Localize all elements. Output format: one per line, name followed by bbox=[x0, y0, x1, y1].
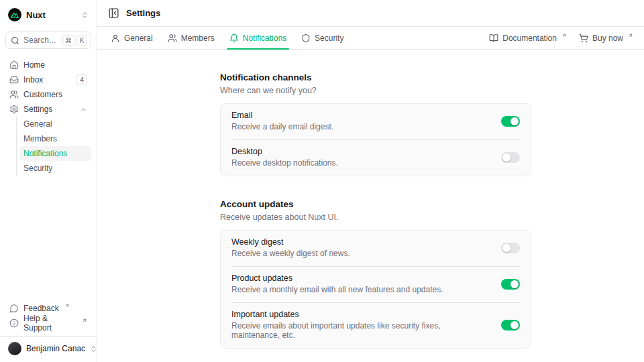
tab-label: Notifications bbox=[243, 34, 286, 43]
setting-description: Receive a weekly digest of news. bbox=[231, 249, 350, 258]
tabbar-actions: Documentation Buy now bbox=[489, 27, 633, 49]
tab-general[interactable]: General bbox=[108, 27, 156, 49]
product-updates-toggle[interactable] bbox=[501, 279, 520, 290]
shopping-cart-icon bbox=[579, 34, 588, 43]
section-title: Account updates bbox=[220, 199, 531, 209]
chevron-up-down-icon bbox=[81, 11, 89, 19]
sidebar-footer: Feedback Help & Support Benjamin Canac bbox=[5, 301, 91, 357]
setting-row-email: Email Receive a daily email digest. bbox=[231, 104, 520, 139]
settings-content: Notification channels Where can we notif… bbox=[97, 50, 644, 362]
setting-row-product-updates: Product updates Receive a monthly email … bbox=[231, 266, 520, 302]
sidebar-item-notifications[interactable]: Notifications bbox=[19, 146, 91, 161]
sidebar-item-label: Settings bbox=[23, 105, 52, 114]
section-description: Where can we notify you? bbox=[220, 86, 531, 95]
inbox-icon bbox=[9, 75, 19, 84]
sidebar-divider bbox=[0, 336, 97, 337]
app-window: Nuxt Search... ⌘ K Home bbox=[0, 0, 644, 362]
toggle-knob bbox=[511, 280, 519, 288]
user-name: Benjamin Canac bbox=[26, 344, 85, 353]
tab-label: Security bbox=[315, 34, 343, 43]
footer-item-label: Feedback bbox=[23, 304, 59, 313]
sidebar-item-home[interactable]: Home bbox=[5, 58, 91, 72]
weekly-digest-toggle[interactable] bbox=[501, 243, 520, 253]
page-title: Settings bbox=[126, 8, 160, 18]
bell-icon bbox=[229, 34, 239, 43]
sidebar-item-general[interactable]: General bbox=[19, 117, 91, 131]
desktop-toggle[interactable] bbox=[501, 152, 520, 163]
inbox-count-badge: 4 bbox=[76, 74, 87, 85]
search-icon bbox=[11, 36, 19, 45]
book-open-icon bbox=[489, 34, 498, 43]
notification-channels-section: Notification channels Where can we notif… bbox=[220, 72, 531, 176]
setting-title: Product updates bbox=[231, 274, 443, 283]
sidebar-item-settings[interactable]: Settings bbox=[5, 102, 91, 117]
action-label: Buy now bbox=[592, 34, 623, 43]
home-icon bbox=[9, 60, 19, 70]
page-header: Settings bbox=[97, 0, 644, 27]
info-circle-icon bbox=[9, 318, 19, 328]
account-updates-section: Account updates Receive updates about Nu… bbox=[220, 199, 531, 349]
search-shortcut: ⌘ K bbox=[62, 35, 87, 46]
email-toggle[interactable] bbox=[501, 116, 520, 127]
message-circle-icon bbox=[9, 304, 19, 313]
sidebar-item-customers[interactable]: Customers bbox=[5, 87, 91, 102]
settings-tabbar: General Members Notifications Security bbox=[97, 27, 644, 50]
workspace-switcher[interactable]: Nuxt bbox=[5, 7, 91, 23]
setting-description: Receive desktop notifications. bbox=[231, 158, 338, 168]
panel-left-close-icon[interactable] bbox=[108, 7, 119, 19]
setting-row-desktop: Desktop Receive desktop notifications. bbox=[231, 139, 520, 176]
sidebar-item-label: Home bbox=[23, 60, 45, 70]
kbd-cmd: ⌘ bbox=[62, 35, 74, 46]
toggle-knob bbox=[502, 154, 511, 162]
setting-row-important-updates: Important updates Receive emails about i… bbox=[231, 302, 520, 348]
settings-card: Email Receive a daily email digest. Desk… bbox=[220, 103, 531, 176]
search-placeholder: Search... bbox=[23, 36, 56, 45]
setting-description: Receive a monthly email with all new fea… bbox=[231, 285, 443, 294]
important-updates-toggle[interactable] bbox=[501, 320, 520, 330]
sidebar: Nuxt Search... ⌘ K Home bbox=[0, 0, 97, 362]
user-icon bbox=[111, 34, 120, 43]
sidebar-item-members[interactable]: Members bbox=[19, 131, 91, 146]
footer-item-label: Help & Support bbox=[23, 314, 76, 333]
setting-title: Weekly digest bbox=[231, 237, 350, 247]
chevron-up-down-icon bbox=[90, 345, 97, 353]
help-support-link[interactable]: Help & Support bbox=[5, 316, 91, 330]
toggle-knob bbox=[511, 117, 519, 125]
setting-title: Important updates bbox=[231, 310, 490, 319]
tab-label: General bbox=[124, 34, 153, 43]
user-menu[interactable]: Benjamin Canac bbox=[5, 341, 91, 357]
users-icon bbox=[9, 90, 19, 99]
setting-title: Email bbox=[231, 111, 333, 120]
setting-description: Receive emails about important updates l… bbox=[231, 321, 490, 340]
user-avatar bbox=[8, 342, 21, 355]
documentation-link[interactable]: Documentation bbox=[489, 34, 567, 43]
external-link-icon bbox=[82, 318, 87, 323]
sidebar-item-inbox[interactable]: Inbox 4 bbox=[5, 72, 91, 87]
sidebar-item-label: Customers bbox=[23, 90, 62, 99]
search-input[interactable]: Search... ⌘ K bbox=[5, 32, 91, 49]
shield-icon bbox=[301, 34, 311, 43]
kbd-k: K bbox=[76, 35, 87, 46]
gear-icon bbox=[9, 105, 19, 114]
action-label: Documentation bbox=[502, 34, 557, 43]
workspace-name: Nuxt bbox=[26, 10, 46, 20]
section-description: Receive updates about Nuxt UI. bbox=[220, 213, 531, 222]
tab-security[interactable]: Security bbox=[299, 27, 346, 49]
section-title: Notification channels bbox=[220, 72, 531, 82]
external-link-icon bbox=[561, 33, 567, 38]
sidebar-item-label: Inbox bbox=[23, 75, 43, 84]
setting-row-weekly-digest: Weekly digest Receive a weekly digest of… bbox=[231, 231, 520, 266]
settings-card: Weekly digest Receive a weekly digest of… bbox=[220, 230, 531, 349]
tab-members[interactable]: Members bbox=[165, 27, 217, 49]
buy-now-button[interactable]: Buy now bbox=[579, 34, 633, 43]
toggle-knob bbox=[511, 321, 519, 329]
nuxt-logo-icon bbox=[8, 8, 21, 21]
sidebar-item-security[interactable]: Security bbox=[19, 161, 91, 176]
setting-title: Desktop bbox=[231, 147, 338, 156]
toggle-knob bbox=[502, 244, 511, 252]
users-icon bbox=[168, 34, 177, 43]
tab-notifications[interactable]: Notifications bbox=[227, 27, 289, 49]
external-link-icon bbox=[64, 303, 70, 308]
setting-description: Receive a daily email digest. bbox=[231, 122, 333, 131]
main-panel: Settings General Members Notifications bbox=[97, 0, 644, 362]
